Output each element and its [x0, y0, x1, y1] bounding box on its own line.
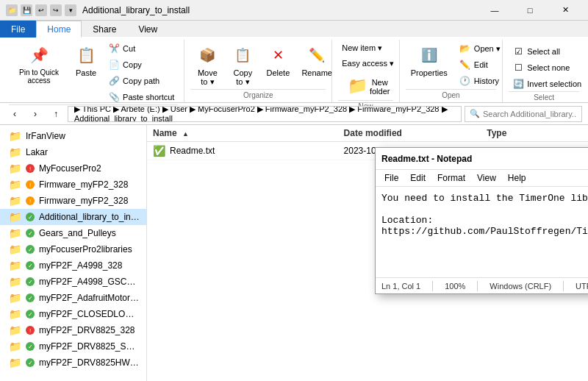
- delete-button[interactable]: ✕ Delete: [261, 41, 295, 89]
- back-button[interactable]: ‹: [6, 105, 24, 123]
- paste-button[interactable]: 📋 Paste: [69, 41, 103, 104]
- copy-to-button[interactable]: 📋 Copyto ▾: [226, 41, 259, 89]
- folder-icon: 📁: [9, 130, 21, 142]
- sidebar-item[interactable]: 📁 ✓ Additional_library_to_install: [0, 209, 146, 225]
- folder-icon: 📁: [9, 341, 21, 352]
- new-group: New item ▾ Easy access ▾ 📁 Newfolder New: [332, 40, 399, 102]
- history-button[interactable]: 🕐 History: [456, 74, 504, 88]
- sidebar-item[interactable]: 📁 ✓ myFP2F_CLOSEDLOOP_328: [0, 306, 146, 322]
- organize-buttons: 📦 Moveto ▾ 📋 Copyto ▾ ✕ Delete ✏️ Rename: [190, 41, 337, 89]
- maximize-button[interactable]: □: [513, 0, 547, 21]
- sidebar-item[interactable]: 📁 ✓ myFP2F_AdafruitMotorShieldV2_328: [0, 290, 146, 306]
- pin-to-quick-access-button[interactable]: 📌 Pin to Quick access: [9, 41, 69, 87]
- address-path[interactable]: ▶ This PC ▶ Arbete (E:) ▶ User ▶ MyFocus…: [68, 106, 462, 122]
- sidebar-item-label: MyFocuserPro2: [39, 163, 101, 174]
- paste-icon: 📋: [74, 43, 98, 67]
- notepad-menu-file[interactable]: File: [381, 171, 401, 185]
- sidebar-item[interactable]: 📁 ✓ myFP2F_A4998_328: [0, 257, 146, 274]
- folder-icon: 📁: [9, 179, 21, 190]
- tab-home[interactable]: Home: [36, 21, 82, 38]
- notepad-menu-edit[interactable]: Edit: [407, 171, 429, 185]
- sidebar-item-label: myFP2F_DRV8825_SOLDERLESS_328: [39, 341, 140, 352]
- sidebar-item[interactable]: 📁 ✓ myFP2F_A4998_GSC_China_328: [0, 274, 146, 290]
- paste-shortcut-button[interactable]: 📎 Paste shortcut: [104, 90, 178, 104]
- tab-file[interactable]: File: [0, 21, 36, 38]
- copy-to-icon: 📋: [231, 43, 254, 67]
- notepad-encoding: UTF-8: [576, 282, 588, 291]
- notepad-menu-format[interactable]: Format: [434, 171, 468, 185]
- move-to-button[interactable]: 📦 Moveto ▾: [190, 41, 224, 89]
- properties-button[interactable]: ℹ️ Properties: [406, 41, 453, 88]
- status-badge: ✓: [26, 245, 35, 254]
- edit-button[interactable]: ✏️ Edit: [456, 57, 504, 72]
- sidebar-item[interactable]: 📁 ✓ myFocuserPro2libraries: [0, 241, 146, 257]
- sidebar-item-label: myFP2F_A4998_GSC_China_328: [39, 277, 140, 287]
- open-label: Open ▾: [474, 44, 501, 54]
- sidebar-item[interactable]: 📁 ✓ myFP2F_DRV8825HW203_328: [0, 355, 146, 371]
- up-button[interactable]: ↑: [47, 105, 65, 123]
- paste-shortcut-label: Paste shortcut: [123, 93, 174, 102]
- sidebar-item-label: IrFanView: [26, 131, 65, 141]
- open-group: ℹ️ Properties 📂 Open ▾ ✏️ Edit 🕐 History: [400, 40, 503, 102]
- select-content: ☑ Select all ☐ Select none 🔄 Invert sele…: [509, 40, 579, 91]
- sidebar-item-label: myFP2F_AdafruitMotorShieldV2_328: [39, 293, 140, 303]
- sidebar-item-label: Firmware_myFP2_328: [39, 196, 128, 206]
- organize-label: Organize: [190, 89, 326, 102]
- sidebar-item[interactable]: 📁 ! myFP2F_DRV8825_328: [0, 322, 146, 338]
- sidebar-item[interactable]: 📁 Lakar: [0, 144, 146, 160]
- col-name-header[interactable]: Name ▲: [153, 128, 344, 138]
- sidebar-item-label: Gears_and_Pulleys: [39, 228, 116, 238]
- new-item-button[interactable]: New item ▾: [338, 41, 398, 55]
- history-label: History: [474, 76, 499, 85]
- notepad-cursor-position: Ln 1, Col 1: [381, 282, 420, 291]
- rename-button[interactable]: ✏️ Rename: [296, 41, 337, 89]
- copy-button[interactable]: 📄 Copy: [104, 57, 178, 72]
- tab-view[interactable]: View: [127, 21, 168, 38]
- sidebar-item[interactable]: 📁 ✓ Gears_and_Pulleys: [0, 225, 146, 241]
- status-separator: [432, 281, 433, 291]
- tab-share[interactable]: Share: [82, 21, 127, 38]
- col-type-label: Type: [487, 128, 506, 138]
- open-button[interactable]: 📂 Open ▾: [456, 41, 504, 56]
- sidebar-item[interactable]: 📁 ! Firmware_myFP2_328: [0, 193, 146, 209]
- rename-label: Rename: [301, 68, 332, 77]
- open-label: Open: [406, 89, 497, 102]
- cut-button[interactable]: ✂️ Cut: [104, 41, 178, 56]
- select-all-button[interactable]: ☑ Select all: [509, 44, 585, 59]
- easy-access-button[interactable]: Easy access ▾: [338, 57, 398, 71]
- sidebar-item[interactable]: 📁 ✓ myFP2F_DRV8825_SOLDERLESS_328: [0, 338, 146, 355]
- col-type-header[interactable]: Type: [487, 128, 582, 138]
- search-input[interactable]: [483, 110, 577, 118]
- notepad-window: Readme.txt - Notepad — □ ✕ File Edit For…: [375, 147, 588, 294]
- select-none-button[interactable]: ☐ Select none: [509, 60, 585, 75]
- open-small-group: 📂 Open ▾ ✏️ Edit 🕐 History: [456, 41, 504, 88]
- select-all-label: Select all: [527, 47, 560, 56]
- notepad-menu-help[interactable]: Help: [505, 171, 529, 185]
- clipboard-content: 📌 Pin to Quick access 📋 Paste ✂️ Cut: [9, 40, 178, 104]
- folder-icon: 📁: [9, 243, 21, 255]
- address-bar: ‹ › ↑ ▶ This PC ▶ Arbete (E:) ▶ User ▶ M…: [0, 103, 588, 125]
- notepad-menu-view[interactable]: View: [474, 171, 499, 185]
- search-box[interactable]: 🔍: [465, 106, 582, 122]
- forward-button[interactable]: ›: [26, 105, 44, 123]
- copy-path-icon: 🔗: [108, 76, 120, 86]
- minimize-button[interactable]: —: [478, 0, 512, 21]
- new-folder-button[interactable]: 📁 Newfolder: [338, 72, 398, 100]
- new-content: New item ▾ Easy access ▾ 📁 Newfolder: [338, 40, 392, 100]
- invert-selection-button[interactable]: 🔄 Invert selection: [509, 76, 585, 91]
- status-badge: !: [26, 196, 35, 205]
- sidebar-item[interactable]: 📁 ! Firmware_myFP2_328: [0, 177, 146, 193]
- open-content: ℹ️ Properties 📂 Open ▾ ✏️ Edit 🕐 History: [406, 40, 497, 89]
- col-date-header[interactable]: Date modified: [344, 128, 487, 138]
- close-button[interactable]: ✕: [548, 0, 582, 21]
- paste-label: Paste: [76, 68, 96, 77]
- select-none-icon: ☐: [512, 63, 524, 73]
- copy-path-button[interactable]: 🔗 Copy path: [104, 74, 178, 88]
- search-icon: 🔍: [470, 109, 480, 118]
- sidebar-item[interactable]: 📁 IrFanView: [0, 128, 146, 144]
- organize-content: 📦 Moveto ▾ 📋 Copyto ▾ ✕ Delete ✏️ Rename: [190, 40, 326, 89]
- properties-label: Properties: [411, 68, 448, 77]
- clipboard-small-buttons: ✂️ Cut 📄 Copy 🔗 Copy path 📎 Paste shortc…: [104, 41, 178, 104]
- sidebar-item[interactable]: 📁 ! MyFocuserPro2: [0, 160, 146, 177]
- window-controls: — □ ✕: [478, 0, 582, 21]
